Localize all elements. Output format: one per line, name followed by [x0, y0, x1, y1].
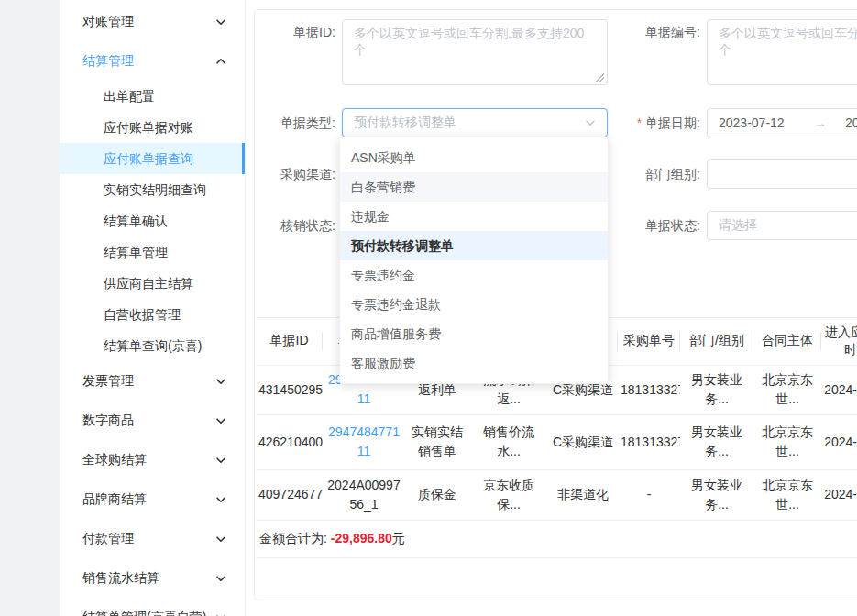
sidebar-group-label: 结算管理: [82, 53, 134, 70]
dropdown-option-selected[interactable]: 预付款转移调整单: [340, 231, 608, 260]
table-cell: 京东收质保...: [469, 469, 548, 520]
summary-label: 金额合计为:: [259, 531, 327, 545]
chevron-down-icon: [215, 534, 226, 544]
doc-no-link[interactable]: 294748477111: [328, 424, 400, 458]
doc-type-select[interactable]: 预付款转移调整单: [342, 108, 608, 138]
chevron-down-icon: [215, 415, 226, 426]
dropdown-option[interactable]: 商品增值服务费: [340, 319, 608, 348]
chevron-up-icon: [215, 56, 226, 67]
dropdown-option[interactable]: 专票违约金退款: [340, 290, 608, 319]
table-cell: 质保金: [405, 469, 469, 520]
chevron-down-icon: [215, 376, 226, 387]
sidebar-submenu-settlement: 出单配置 应付账单据对账 应付账单据查询 实销实结明细查询 结算单确认 结算单管…: [60, 81, 245, 361]
table-cell: 非渠道化: [548, 469, 618, 520]
sidebar-item-supplier-self-settlement[interactable]: 供应商自主结算: [60, 268, 245, 299]
table-cell: 北京京东世...: [753, 469, 821, 520]
sidebar-item-issue-config[interactable]: 出单配置: [60, 81, 245, 112]
table-row: 4097246777 2024A0099756_1 质保金 京东收质保... 非…: [256, 469, 857, 520]
header-doc-id: 单据ID: [256, 318, 323, 365]
sidebar-item-self-receipt-manage[interactable]: 自营收据管理: [60, 299, 245, 330]
sidebar-group-label: 付款管理: [82, 531, 134, 547]
doc-date-range-picker[interactable]: 2023-07-12 → 20: [707, 108, 857, 138]
table-row: 4262104009 294748477111 实销实结销售单 销售价流水...…: [256, 414, 857, 469]
sidebar-group-settlement[interactable]: 结算管理: [60, 41, 245, 81]
chevron-down-icon: [215, 16, 226, 28]
collapsed-nav-rail: [0, 0, 60, 616]
chevron-down-icon: [215, 455, 226, 466]
date-start-value: 2023-07-12: [719, 116, 807, 130]
amount-summary: 金额合计为: -29,896.80元: [256, 520, 857, 558]
required-asterisk: *: [637, 116, 642, 130]
sidebar: 对账管理 结算管理 出单配置 应付账单据对账 应付账单据查询 实销实结明细查询 …: [60, 0, 246, 616]
doc-status-label: 单据状态:: [618, 211, 700, 240]
table-cell: 2024-07-09: [821, 365, 857, 414]
date-end-value: 20: [845, 116, 857, 130]
sidebar-group-settlement-jingxi-self[interactable]: 结算单管理(京喜自营): [60, 598, 245, 616]
dept-group-label: 部门组别:: [618, 160, 700, 189]
table-cell: 4097246777: [256, 469, 323, 520]
dropdown-option[interactable]: 白条营销费: [340, 172, 608, 202]
table-cell: 1813133279: [618, 365, 680, 414]
table-cell: 2024-07-09: [821, 414, 857, 469]
table-cell: 2024-04-29: [821, 469, 857, 520]
table-cell: 4314502958: [256, 365, 323, 414]
doc-type-value: 预付款转移调整单: [354, 115, 456, 131]
sidebar-group-digital-goods[interactable]: 数字商品: [60, 401, 245, 440]
sidebar-group-label: 发票管理: [82, 373, 134, 390]
doc-no-textarea[interactable]: [707, 19, 857, 85]
sidebar-item-settlement-query-jingxi[interactable]: 结算单查询(京喜): [60, 330, 245, 361]
table-cell: 男女装业务...: [680, 365, 753, 414]
doc-id-textarea[interactable]: [342, 19, 608, 85]
dept-group-input[interactable]: [707, 160, 857, 189]
table-cell: 1813133279: [618, 414, 680, 469]
sidebar-item-payable-query[interactable]: 应付账单据查询: [60, 143, 245, 174]
chevron-down-icon: [585, 117, 596, 128]
doc-type-label: 单据类型:: [255, 108, 335, 138]
sidebar-group-label: 结算单管理(京喜自营): [82, 610, 206, 616]
table-cell: 销售价流水...: [469, 414, 548, 469]
doc-type-dropdown: ASN采购单 白条营销费 违规金 预付款转移调整单 专票违约金 专票违约金退款 …: [339, 137, 609, 384]
chevron-down-icon: [215, 494, 226, 505]
table-cell: C采购渠道: [548, 414, 618, 469]
header-purchase-order: 采购单号: [618, 318, 680, 365]
sidebar-group-payment[interactable]: 付款管理: [60, 519, 245, 558]
header-payable-time: 进入应付账时间: [821, 318, 857, 365]
sidebar-group-global-purchase[interactable]: 全球购结算: [60, 440, 245, 479]
doc-id-label: 单据ID:: [255, 23, 335, 41]
table-cell: 4262104009: [256, 414, 323, 469]
table-cell: -: [618, 469, 680, 520]
sidebar-group-reconciliation[interactable]: 对账管理: [60, 2, 245, 41]
sidebar-item-actual-sales-detail-query[interactable]: 实销实结明细查询: [60, 174, 245, 205]
doc-no-label: 单据编号:: [618, 23, 700, 41]
table-cell: 实销实结销售单: [405, 414, 469, 469]
doc-status-placeholder: 请选择: [719, 217, 757, 234]
sidebar-group-label: 销售流水结算: [82, 570, 159, 587]
writeoff-status-label: 核销状态:: [255, 211, 335, 240]
sidebar-group-sales-flow[interactable]: 销售流水结算: [60, 558, 245, 598]
dropdown-option[interactable]: 违规金: [340, 202, 608, 231]
table-cell: 北京京东世...: [753, 365, 821, 414]
dropdown-option[interactable]: ASN采购单: [340, 143, 608, 172]
sidebar-item-payable-reconciliation[interactable]: 应付账单据对账: [60, 112, 245, 143]
chevron-down-icon: [215, 612, 226, 616]
arrow-right-icon: →: [814, 116, 827, 130]
chevron-down-icon: [215, 573, 226, 584]
purchase-channel-label: 采购渠道:: [255, 160, 335, 189]
doc-date-label: *单据日期:: [618, 108, 700, 138]
dropdown-option[interactable]: 客服激励费: [340, 348, 608, 378]
dropdown-option[interactable]: 专票违约金: [340, 260, 608, 290]
sidebar-group-label: 品牌商结算: [82, 491, 147, 508]
sidebar-group-brand-settlement[interactable]: 品牌商结算: [60, 479, 245, 519]
sidebar-group-invoice[interactable]: 发票管理: [60, 361, 245, 401]
sidebar-item-settlement-confirm[interactable]: 结算单确认: [60, 205, 245, 236]
doc-status-select[interactable]: 请选择: [707, 211, 857, 240]
header-dept-group: 部门/组别: [680, 318, 753, 365]
sidebar-item-settlement-manage[interactable]: 结算单管理: [60, 236, 245, 268]
sidebar-group-label: 对账管理: [82, 14, 134, 30]
sidebar-group-label: 数字商品: [82, 412, 134, 429]
summary-unit: 元: [392, 531, 405, 545]
sidebar-group-label: 全球购结算: [82, 452, 147, 468]
table-cell: 294748477111: [323, 414, 405, 469]
table-cell: 2024A0099756_1: [323, 469, 405, 520]
table-cell: 北京京东世...: [753, 414, 821, 469]
